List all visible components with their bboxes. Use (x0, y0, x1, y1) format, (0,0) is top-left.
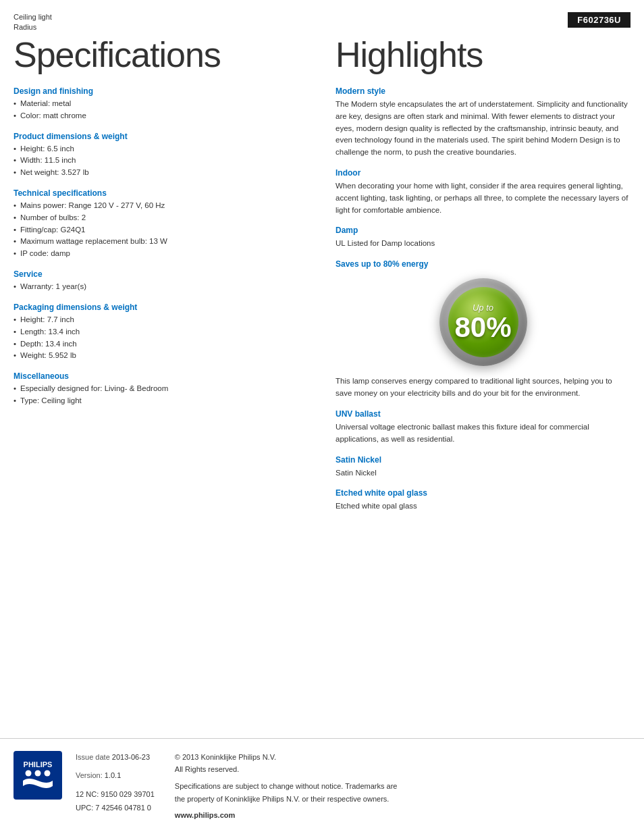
tech-item-4: Maximum wattage replacement bulb: 13 W (14, 236, 308, 248)
footer-meta: Issue date 2013-06-23 Version: 1.0.1 12 … (76, 751, 630, 822)
satin-nickel-section: Satin Nickel Satin Nickel (336, 455, 630, 479)
technical-section: Technical specifications Mains power: Ra… (14, 188, 308, 260)
design-section: Design and finishing Material: metal Col… (14, 86, 308, 122)
product-category: Ceiling light Radius (14, 12, 52, 33)
issue-label: Issue date (76, 753, 110, 761)
website-row: www.philips.com (175, 809, 404, 822)
packaging-list: Height: 7.7 inch Length: 13.4 inch Depth… (14, 314, 308, 362)
service-item-1: Warranty: 1 year(s) (14, 281, 308, 293)
tech-item-3: Fitting/cap: G24Q1 (14, 224, 308, 236)
satin-nickel-title: Satin Nickel (336, 455, 630, 465)
energy-badge: Up to 80% (439, 278, 527, 366)
dimensions-section: Product dimensions & weight Height: 6.5 … (14, 132, 308, 179)
upc-value: 7 42546 04781 0 (95, 804, 151, 812)
saves-energy-title: Saves up to 80% energy (336, 259, 630, 269)
nc-label: 12 NC: (76, 790, 99, 798)
rights-text: All Rights reserved. (175, 765, 239, 773)
upc-row: UPC: 7 42546 04781 0 (76, 802, 155, 815)
unv-ballast-title: UNV ballast (336, 409, 630, 419)
footer-left: Issue date 2013-06-23 Version: 1.0.1 12 … (76, 751, 155, 822)
tech-item-1: Mains power: Range 120 V - 277 V, 60 Hz (14, 200, 308, 212)
product-model: F602736U (568, 12, 630, 28)
damp-section: Damp UL Listed for Damp locations (336, 226, 630, 250)
etched-glass-text: Etched white opal glass (336, 500, 630, 513)
specs-title: Specifications (14, 36, 308, 74)
etched-glass-title: Etched white opal glass (336, 488, 630, 498)
saves-energy-section: Saves up to 80% energy Up to 80% This la… (336, 259, 630, 400)
pkg-item-3: Depth: 13.4 inch (14, 338, 308, 350)
service-title: Service (14, 269, 308, 279)
packaging-section: Packaging dimensions & weight Height: 7.… (14, 303, 308, 362)
technical-title: Technical specifications (14, 188, 308, 198)
svg-point-2 (26, 770, 32, 776)
packaging-title: Packaging dimensions & weight (14, 303, 308, 312)
design-list: Material: metal Color: matt chrome (14, 98, 308, 122)
dimensions-title: Product dimensions & weight (14, 132, 308, 141)
dim-item-2: Width: 11.5 inch (14, 155, 308, 167)
unv-ballast-text: Universal voltage electronic ballast mak… (336, 421, 630, 446)
energy-badge-container: Up to 80% (336, 278, 630, 366)
svg-point-4 (45, 770, 51, 776)
design-item-1: Material: metal (14, 98, 308, 110)
nc-row: 12 NC: 9150 029 39701 (76, 788, 155, 802)
service-section: Service Warranty: 1 year(s) (14, 269, 308, 293)
indoor-text: When decorating your home with light, co… (336, 180, 630, 216)
highlights-title: Highlights (336, 36, 630, 74)
pkg-item-2: Length: 13.4 inch (14, 326, 308, 338)
pkg-item-1: Height: 7.7 inch (14, 314, 308, 326)
dim-item-1: Height: 6.5 inch (14, 143, 308, 155)
version-label: Version: (76, 771, 103, 779)
highlights-column: Highlights Modern style The Modern style… (322, 33, 630, 522)
tech-item-5: IP code: damp (14, 248, 308, 260)
damp-text: UL Listed for Damp locations (336, 238, 630, 250)
dimensions-list: Height: 6.5 inch Width: 11.5 inch Net we… (14, 143, 308, 179)
footer: PHILIPS Issue date 2013-06-23 Version: (0, 738, 644, 834)
version-row: Version: 1.0.1 (76, 769, 155, 783)
misc-item-1: Especially designed for: Living- & Bedro… (14, 383, 308, 395)
misc-section: Miscellaneous Especially designed for: L… (14, 371, 308, 407)
modern-style-section: Modern style The Modern style encapsulat… (336, 86, 630, 159)
disclaimer-row: Specifications are subject to change wit… (175, 780, 404, 805)
service-list: Warranty: 1 year(s) (14, 281, 308, 293)
philips-logo-svg: PHILIPS (14, 751, 62, 800)
misc-title: Miscellaneous (14, 371, 308, 381)
tech-item-2: Number of bulbs: 2 (14, 212, 308, 224)
energy-percent-text: 80% (454, 313, 511, 342)
nc-value: 9150 029 39701 (101, 790, 155, 798)
product-subcategory-text: Radius (14, 22, 52, 32)
disclaimer-text: Specifications are subject to change wit… (175, 782, 398, 803)
specifications-column: Specifications Design and finishing Mate… (14, 33, 322, 522)
svg-text:PHILIPS: PHILIPS (24, 760, 53, 768)
energy-badge-inner: Up to 80% (448, 287, 518, 357)
damp-title: Damp (336, 226, 630, 235)
product-category-text: Ceiling light (14, 12, 52, 22)
dim-item-3: Net weight: 3.527 lb (14, 167, 308, 179)
misc-item-2: Type: Ceiling light (14, 395, 308, 407)
indoor-section: Indoor When decorating your home with li… (336, 168, 630, 216)
footer-right: © 2013 Koninklijke Philips N.V. All Righ… (175, 751, 404, 822)
svg-point-3 (35, 770, 41, 776)
version-value: 1.0.1 (105, 771, 121, 779)
pkg-item-4: Weight: 5.952 lb (14, 350, 308, 362)
etched-glass-section: Etched white opal glass Etched white opa… (336, 488, 630, 513)
modern-style-title: Modern style (336, 86, 630, 96)
main-content: Specifications Design and finishing Mate… (0, 33, 644, 522)
technical-list: Mains power: Range 120 V - 277 V, 60 Hz … (14, 200, 308, 260)
issue-date-value: 2013-06-23 (112, 753, 150, 761)
upc-label: UPC: (76, 804, 93, 812)
website-link[interactable]: www.philips.com (175, 811, 235, 819)
indoor-title: Indoor (336, 168, 630, 178)
issue-date-row: Issue date 2013-06-23 (76, 751, 155, 764)
copyright-row: © 2013 Koninklijke Philips N.V. (175, 751, 404, 764)
unv-ballast-section: UNV ballast Universal voltage electronic… (336, 409, 630, 446)
energy-desc-text: This lamp conserves energy compared to t… (336, 375, 630, 400)
design-title: Design and finishing (14, 86, 308, 96)
copyright-text: © 2013 Koninklijke Philips N.V. (175, 753, 276, 761)
rights-row: All Rights reserved. (175, 763, 404, 776)
design-item-2: Color: matt chrome (14, 110, 308, 122)
philips-logo: PHILIPS (14, 751, 62, 802)
header: Ceiling light Radius F602736U (0, 0, 644, 33)
misc-list: Especially designed for: Living- & Bedro… (14, 383, 308, 407)
modern-style-text: The Modern style encapsulates the art of… (336, 99, 630, 159)
satin-nickel-text: Satin Nickel (336, 467, 630, 479)
